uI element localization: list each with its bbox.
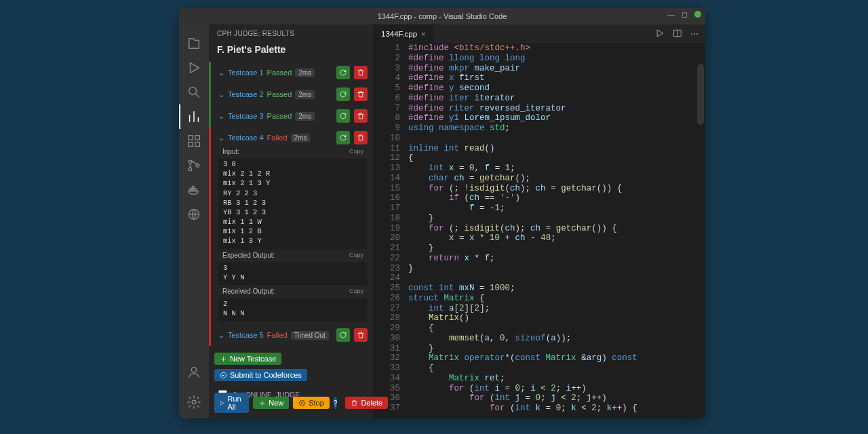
testcase-label[interactable]: Testcase 3 — [228, 112, 264, 120]
chevron-down-icon[interactable]: ⌄ — [218, 68, 224, 77]
code-content[interactable]: using namespace std; — [408, 123, 705, 134]
maximize-icon[interactable]: ◻ — [681, 11, 688, 18]
code-line: 21 } — [373, 243, 705, 254]
received-body[interactable]: 2 N N N — [219, 299, 367, 321]
cph-judge-icon[interactable] — [179, 104, 209, 129]
editor-scrollbar[interactable] — [697, 64, 704, 125]
explorer-icon[interactable] — [179, 31, 209, 56]
rerun-testcase-button[interactable] — [336, 131, 350, 144]
chevron-down-icon[interactable]: ⌄ — [218, 90, 224, 99]
chevron-down-icon[interactable]: ⌄ — [218, 331, 224, 340]
help-button[interactable]: ? — [334, 397, 338, 409]
copy-received-button[interactable]: Copy — [349, 288, 363, 295]
copy-expected-button[interactable]: Copy — [349, 252, 363, 259]
code-line: 6#define iter iterator — [373, 94, 705, 104]
code-content[interactable]: for (int k = 0; k < 2; k++) { — [408, 403, 705, 414]
tab-1344f[interactable]: 1344F.cpp × — [373, 24, 435, 43]
code-content[interactable]: #define iter iterator — [408, 94, 705, 104]
code-content[interactable]: { — [408, 153, 705, 163]
submit-codeforces-button[interactable]: Submit to Codeforces — [214, 369, 307, 381]
code-content[interactable]: } — [408, 214, 705, 224]
run-icon[interactable] — [179, 56, 209, 80]
run-all-button[interactable]: Run All — [214, 393, 249, 413]
code-content[interactable]: { — [408, 323, 705, 334]
rerun-testcase-button[interactable] — [336, 328, 350, 342]
code-content[interactable]: int a[2][2]; — [408, 304, 705, 314]
more-actions-icon[interactable]: ⋯ — [690, 29, 698, 39]
code-content[interactable]: for (; !isdigit(ch); ch = getchar()) { — [408, 184, 705, 194]
delete-testcase-button[interactable] — [354, 131, 368, 144]
expected-body[interactable]: 3 Y Y N — [219, 263, 367, 285]
code-editor[interactable]: 1#include <bits/stdc++.h>2#define llong … — [373, 43, 705, 418]
code-content[interactable]: } — [408, 344, 705, 354]
search-icon[interactable] — [179, 80, 209, 104]
code-line: 7#define riter reversed_iterator — [373, 104, 705, 114]
chevron-down-icon[interactable]: ⌄ — [218, 134, 224, 142]
code-content[interactable]: #define y1 Lorem_ipsum_dolor — [408, 113, 705, 123]
testcase-label[interactable]: Testcase 2 — [228, 90, 264, 98]
code-content[interactable]: Matrix() — [408, 313, 705, 323]
remote-icon[interactable] — [179, 202, 209, 226]
code-content[interactable]: f = -1; — [408, 203, 705, 214]
testcase-label[interactable]: Testcase 1 — [228, 68, 264, 77]
line-number: 33 — [373, 363, 408, 374]
code-content[interactable]: int x = 0, f = 1; — [408, 163, 705, 174]
settings-gear-icon[interactable] — [179, 390, 209, 414]
tab-close-icon[interactable]: × — [421, 30, 426, 38]
delete-testcase-button[interactable] — [354, 87, 368, 101]
code-content[interactable]: memset(a, 0, sizeof(a)); — [408, 334, 705, 344]
svg-rect-9 — [190, 189, 192, 191]
code-content[interactable]: x = x * 10 + ch - 48; — [408, 233, 705, 243]
code-content[interactable]: inline int read() — [408, 144, 705, 154]
code-content[interactable]: { — [408, 363, 705, 374]
testcase-timing: 2ms — [295, 112, 315, 121]
code-content[interactable]: if (ch == '-') — [408, 193, 705, 203]
copy-input-button[interactable]: Copy — [349, 148, 363, 155]
testcase-status: Passed — [267, 90, 292, 98]
code-content[interactable]: const int mxN = 1000; — [408, 283, 705, 294]
new-testcase-button[interactable]: New Testcase — [214, 353, 281, 365]
code-content[interactable]: Matrix operator*(const Matrix &arg) cons… — [408, 353, 705, 363]
svg-rect-4 — [189, 142, 193, 146]
code-content[interactable]: #define y second — [408, 83, 705, 94]
docker-icon[interactable] — [179, 178, 209, 202]
source-control-icon[interactable] — [179, 153, 209, 178]
code-content[interactable] — [408, 134, 705, 144]
code-content[interactable]: #define riter reversed_iterator — [408, 104, 705, 114]
input-body[interactable]: 3 8 mix 2 1 2 R mix 2 1 3 Y RY 2 2 3 RB … — [219, 159, 367, 249]
stop-button[interactable]: Stop — [293, 397, 330, 409]
run-code-icon[interactable] — [655, 28, 665, 40]
code-content[interactable]: char ch = getchar(); — [408, 174, 705, 184]
extensions-icon[interactable] — [179, 129, 209, 153]
minimize-icon[interactable]: — — [667, 11, 674, 18]
code-content[interactable]: for (int j = 0; j < 2; j++) — [408, 393, 705, 403]
delete-testcase-button[interactable] — [354, 66, 368, 79]
code-content[interactable]: } — [408, 264, 705, 274]
code-content[interactable] — [408, 273, 705, 283]
code-content[interactable]: #define x first — [408, 73, 705, 83]
code-content[interactable]: for (; isdigit(ch); ch = getchar()) { — [408, 224, 705, 234]
rerun-testcase-button[interactable] — [336, 109, 350, 123]
testcase-label[interactable]: Testcase 4 — [228, 134, 264, 142]
rerun-testcase-button[interactable] — [336, 66, 350, 79]
testcase-label[interactable]: Testcase 5 — [228, 331, 264, 339]
new-button[interactable]: New — [253, 397, 289, 409]
code-content[interactable]: Matrix ret; — [408, 374, 705, 384]
code-content[interactable]: } — [408, 243, 705, 254]
line-number: 2 — [373, 54, 408, 64]
code-content[interactable]: return x * f; — [408, 254, 705, 264]
chevron-down-icon[interactable]: ⌄ — [218, 112, 224, 121]
delete-testcase-button[interactable] — [354, 328, 368, 342]
code-content[interactable]: #include <bits/stdc++.h> — [408, 43, 705, 54]
code-content[interactable]: #define mkpr make_pair — [408, 64, 705, 74]
rerun-testcase-button[interactable] — [336, 87, 350, 101]
code-line: 32 Matrix operator*(const Matrix &arg) c… — [373, 353, 705, 363]
close-icon[interactable] — [694, 11, 701, 18]
code-content[interactable]: struct Matrix { — [408, 294, 705, 304]
delete-testcase-button[interactable] — [354, 109, 368, 123]
accounts-icon[interactable] — [179, 360, 209, 384]
split-editor-icon[interactable] — [673, 28, 682, 40]
code-content[interactable]: #define llong long long — [408, 54, 705, 64]
code-content[interactable]: for (int i = 0; i < 2; i++) — [408, 384, 705, 394]
line-number: 5 — [373, 83, 408, 94]
